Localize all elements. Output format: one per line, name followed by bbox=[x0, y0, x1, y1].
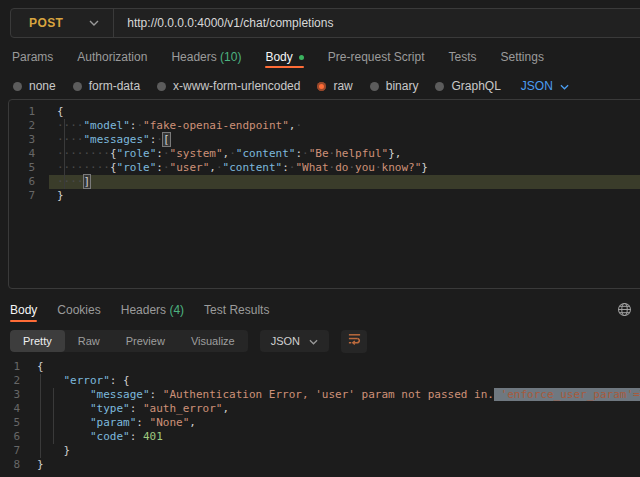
body-type-none[interactable]: none bbox=[13, 79, 56, 93]
body-type-binary[interactable]: binary bbox=[370, 79, 419, 93]
token-punc: { bbox=[110, 147, 117, 160]
code-text[interactable]: "message": "Authentication Error, 'user'… bbox=[26, 388, 640, 402]
code-text[interactable]: "error": { bbox=[26, 374, 640, 388]
code-line: 3 "message": "Authentication Error, 'use… bbox=[0, 388, 640, 402]
token-ws: · bbox=[302, 147, 309, 160]
code-text[interactable]: { bbox=[26, 360, 640, 374]
radio-selected-icon bbox=[317, 82, 326, 91]
code-text[interactable]: ····"messages":·[ bbox=[49, 133, 640, 147]
line-number: 7 bbox=[0, 444, 26, 458]
token-str: "fake-openai-endpoint" bbox=[143, 119, 289, 132]
view-pretty[interactable]: Pretty bbox=[10, 330, 65, 352]
tab-params[interactable]: Params bbox=[12, 50, 53, 64]
code-line: 2····"model":·"fake-openai-endpoint",· bbox=[9, 119, 640, 133]
tab-authorization[interactable]: Authorization bbox=[77, 50, 147, 64]
code-text[interactable]: ········{"role":·"system",·"content":·"B… bbox=[49, 147, 640, 161]
token-punc: , bbox=[222, 402, 229, 415]
code-text[interactable]: } bbox=[26, 444, 640, 458]
active-tab-underline bbox=[265, 66, 303, 68]
token-ws bbox=[136, 430, 143, 443]
chevron-down-icon bbox=[89, 20, 99, 26]
token-ws: · bbox=[163, 147, 170, 160]
body-type-form-data[interactable]: form-data bbox=[73, 79, 140, 93]
line-number: 3 bbox=[0, 388, 26, 402]
line-number: 8 bbox=[0, 458, 26, 472]
token-ws bbox=[143, 416, 150, 429]
token-ws: ···· bbox=[57, 133, 84, 146]
token-punc: { bbox=[123, 374, 130, 387]
code-line: 1{ bbox=[0, 360, 640, 374]
token-key: "content" bbox=[223, 161, 283, 174]
token-key: "error" bbox=[64, 374, 110, 387]
code-text[interactable]: ····"model":·"fake-openai-endpoint",· bbox=[49, 119, 640, 133]
response-tabs: Body Cookies Headers (4) Test Results bbox=[0, 298, 640, 322]
token-str: "auth_error" bbox=[143, 402, 222, 415]
code-text[interactable]: "param": "None", bbox=[26, 416, 640, 430]
token-ws: · bbox=[163, 161, 170, 174]
code-line: 7 } bbox=[0, 444, 640, 458]
response-tab-body[interactable]: Body bbox=[10, 298, 37, 322]
code-text[interactable]: "code": 401 bbox=[26, 430, 640, 444]
code-text[interactable]: } bbox=[49, 189, 640, 203]
code-line: 3····"messages":·[ bbox=[9, 133, 640, 147]
response-toolbar: Pretty Raw Preview Visualize JSON bbox=[0, 329, 640, 353]
token-key: "role" bbox=[117, 161, 157, 174]
response-tab-test-results[interactable]: Test Results bbox=[204, 303, 269, 317]
radio-icon bbox=[73, 82, 82, 91]
view-preview[interactable]: Preview bbox=[113, 330, 178, 352]
tab-tests[interactable]: Tests bbox=[449, 50, 477, 64]
code-text[interactable]: } bbox=[26, 458, 640, 472]
line-number: 5 bbox=[0, 416, 26, 430]
token-key: "content" bbox=[236, 147, 296, 160]
token-ws bbox=[37, 388, 90, 401]
token-ws: ···· bbox=[57, 175, 84, 188]
code-text[interactable]: "type": "auth_error", bbox=[26, 402, 640, 416]
token-str: do bbox=[335, 161, 348, 174]
active-tab-underline bbox=[10, 320, 37, 322]
body-type-raw[interactable]: raw bbox=[317, 79, 352, 93]
response-language-dropdown[interactable]: JSON bbox=[260, 330, 329, 352]
request-language-dropdown[interactable]: JSON bbox=[521, 79, 569, 93]
request-tabs: Params Authorization Headers (10) Body P… bbox=[0, 46, 640, 68]
url-input[interactable]: http://0.0.0.0:4000/v1/chat/completions bbox=[127, 16, 333, 30]
token-ws: ···· bbox=[57, 119, 84, 132]
method-selector[interactable]: POST bbox=[11, 9, 113, 37]
code-line: 6····] bbox=[9, 175, 640, 189]
token-punc: } bbox=[57, 189, 64, 202]
line-number: 3 bbox=[9, 133, 49, 147]
code-text[interactable]: ········{"role":·"user",·"content":·"Wha… bbox=[49, 161, 640, 175]
view-visualize[interactable]: Visualize bbox=[178, 330, 248, 352]
response-tab-cookies[interactable]: Cookies bbox=[57, 303, 100, 317]
token-punc: : bbox=[136, 416, 143, 429]
token-punc: { bbox=[57, 105, 64, 118]
body-type-urlencoded[interactable]: x-www-form-urlencoded bbox=[157, 79, 300, 93]
token-punc: { bbox=[37, 360, 44, 373]
tab-headers[interactable]: Headers (10) bbox=[171, 50, 241, 64]
line-number: 2 bbox=[0, 374, 26, 388]
token-ws bbox=[156, 388, 163, 401]
tab-settings[interactable]: Settings bbox=[501, 50, 544, 64]
token-bm: ] bbox=[83, 174, 92, 189]
token-str: "system" bbox=[170, 147, 223, 160]
globe-icon[interactable] bbox=[617, 302, 632, 320]
token-punc: } bbox=[64, 444, 71, 457]
request-body-editor[interactable]: 1{2····"model":·"fake-openai-endpoint",·… bbox=[8, 99, 640, 289]
line-number: 2 bbox=[9, 119, 49, 133]
body-type-selector: none form-data x-www-form-urlencoded raw… bbox=[0, 75, 640, 97]
response-body-editor[interactable]: 1{2 "error": {3 "message": "Authenticati… bbox=[0, 355, 640, 477]
token-key: "messages" bbox=[84, 133, 150, 146]
code-text[interactable]: ····] bbox=[49, 175, 640, 189]
wrap-line-button[interactable] bbox=[341, 330, 367, 353]
tab-body[interactable]: Body bbox=[265, 46, 303, 68]
token-bm: [ bbox=[162, 132, 171, 147]
response-tab-headers[interactable]: Headers (4) bbox=[121, 303, 184, 317]
indent-guide bbox=[40, 374, 41, 458]
code-text[interactable]: { bbox=[49, 105, 640, 119]
line-number: 6 bbox=[0, 430, 26, 444]
body-type-graphql[interactable]: GraphQL bbox=[435, 79, 500, 93]
tab-pre-request-script[interactable]: Pre-request Script bbox=[328, 50, 425, 64]
token-key: "model" bbox=[84, 119, 130, 132]
token-sel: 'enforce_user_param'=True" bbox=[494, 388, 640, 401]
radio-icon bbox=[157, 82, 166, 91]
view-raw[interactable]: Raw bbox=[65, 330, 113, 352]
